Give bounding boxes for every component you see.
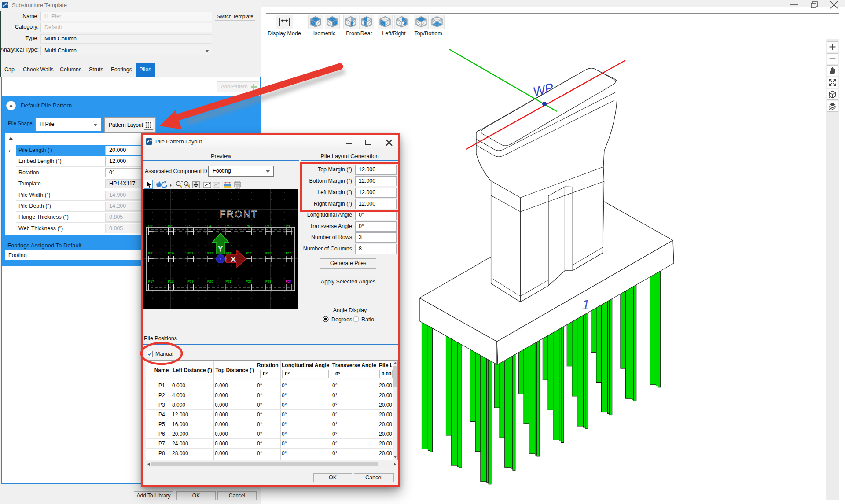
- svg-text:Y: Y: [218, 245, 223, 253]
- svg-text:P10: P10: [168, 251, 174, 255]
- svg-text:P15: P15: [265, 251, 271, 255]
- svg-text:P16: P16: [286, 251, 291, 255]
- svg-text:P12: P12: [207, 251, 213, 255]
- svg-text:P3: P3: [187, 224, 191, 228]
- svg-text:P23: P23: [265, 280, 271, 283]
- svg-text:P4: P4: [207, 224, 211, 228]
- svg-text:1: 1: [582, 297, 590, 313]
- svg-text:X: X: [231, 255, 235, 263]
- svg-text:P19: P19: [187, 280, 193, 283]
- svg-text:P21: P21: [225, 280, 231, 283]
- svg-text:P24: P24: [286, 280, 291, 283]
- svg-text:P1: P1: [148, 224, 152, 228]
- svg-text:P20: P20: [207, 280, 213, 283]
- svg-text:P22: P22: [246, 280, 251, 283]
- svg-text:P18: P18: [168, 280, 174, 283]
- svg-text:P14: P14: [246, 251, 251, 255]
- svg-text:P2: P2: [168, 224, 172, 228]
- svg-text:P5: P5: [225, 224, 229, 228]
- svg-text:P11: P11: [187, 251, 193, 255]
- svg-text:P9: P9: [148, 251, 152, 255]
